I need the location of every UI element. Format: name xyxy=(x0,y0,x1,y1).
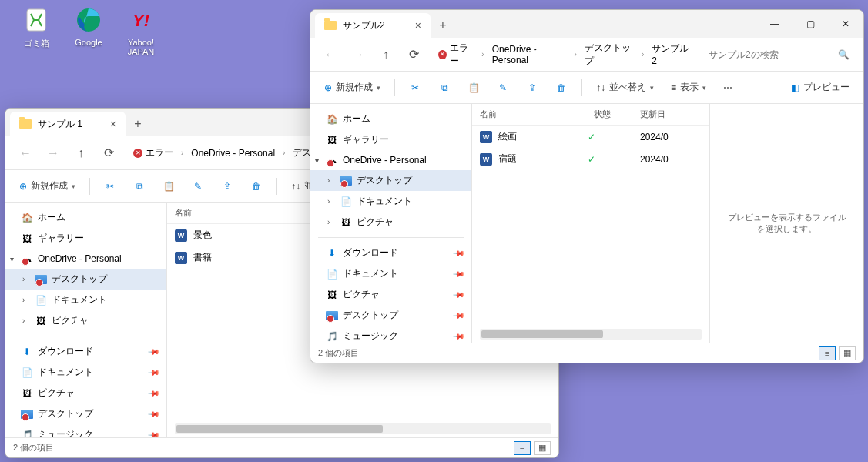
paste-icon[interactable]: 📋 xyxy=(461,75,486,100)
search-box[interactable]: 🔍 xyxy=(702,42,856,67)
icons-view-button[interactable]: ▦ xyxy=(534,441,551,455)
preview-placeholder: プレビューを表示するファイルを選択します。 xyxy=(726,212,848,235)
minimize-button[interactable]: — xyxy=(757,10,793,38)
new-button[interactable]: ⊕新規作成▾ xyxy=(13,176,82,196)
more-button[interactable]: ⋯ xyxy=(717,79,739,97)
paste-icon[interactable]: 📋 xyxy=(156,174,181,199)
tab[interactable]: サンプル2 × xyxy=(315,13,431,38)
view-button[interactable]: ≡ 表示▾ xyxy=(665,77,712,98)
cut-icon[interactable]: ✂ xyxy=(403,75,427,100)
breadcrumb-error[interactable]: ✕エラー xyxy=(129,143,178,162)
column-name[interactable]: 名前 xyxy=(480,109,594,120)
close-icon[interactable]: × xyxy=(415,19,421,32)
close-button[interactable]: ✕ xyxy=(828,10,863,38)
sidebar-item-pictures[interactable]: ›🖼ピクチャ xyxy=(310,212,471,233)
chevron-right-icon[interactable]: › xyxy=(327,176,330,185)
desktop-icon-yahoo[interactable]: Y! Yahoo! JAPAN xyxy=(114,5,168,56)
svg-text:Y!: Y! xyxy=(132,11,149,30)
sidebar-item-gallery[interactable]: 🖼ギャラリー xyxy=(5,228,166,249)
sidebar-item-home[interactable]: 🏠ホーム xyxy=(5,207,166,228)
icons-view-button[interactable]: ▦ xyxy=(839,346,856,360)
sidebar-item-downloads[interactable]: ⬇ダウンロード📌 xyxy=(310,243,471,263)
pin-icon: 📌 xyxy=(453,288,465,300)
breadcrumb-error[interactable]: ✕エラー xyxy=(434,38,478,71)
back-button[interactable]: ← xyxy=(13,141,38,166)
chevron-right-icon[interactable]: › xyxy=(22,275,25,283)
sidebar-item-home[interactable]: 🏠ホーム xyxy=(310,109,471,129)
sidebar-item-pictures[interactable]: 🖼ピクチャ📌 xyxy=(310,284,471,305)
sidebar-item-music[interactable]: 🎵ミュージック📌 xyxy=(310,326,471,343)
close-icon[interactable]: × xyxy=(110,118,116,130)
pictures-icon: 🖼 xyxy=(340,216,352,229)
sort-button[interactable]: ↑↓ 並べ替え▾ xyxy=(590,77,660,98)
sidebar-item-music[interactable]: 🎵ミュージック📌 xyxy=(5,424,166,437)
sidebar-item-documents[interactable]: ›📄ドキュメント xyxy=(5,290,166,310)
sidebar-item-desktop[interactable]: ›デスクトップ xyxy=(5,269,166,290)
search-icon[interactable]: 🔍 xyxy=(838,49,850,60)
sidebar-item-desktop[interactable]: デスクトップ📌 xyxy=(5,403,166,424)
sidebar-item-pictures[interactable]: ›🖼ピクチャ xyxy=(5,310,166,331)
cut-icon[interactable]: ✂ xyxy=(98,174,122,199)
sidebar-item-documents[interactable]: 📄ドキュメント📌 xyxy=(5,362,166,383)
chevron-down-icon[interactable]: ▾ xyxy=(315,156,319,165)
copy-icon[interactable]: ⧉ xyxy=(127,174,152,199)
back-button[interactable]: ← xyxy=(318,42,343,67)
sidebar-item-gallery[interactable]: 🖼ギャラリー xyxy=(310,129,471,150)
sidebar-item-downloads[interactable]: ⬇ダウンロード📌 xyxy=(5,341,166,362)
up-button[interactable]: ↑ xyxy=(69,141,93,166)
sidebar-item-desktop[interactable]: デスクトップ📌 xyxy=(310,305,471,326)
delete-icon[interactable]: 🗑 xyxy=(549,75,574,100)
delete-icon[interactable]: 🗑 xyxy=(244,174,269,199)
desktop-icon-label: Yahoo! JAPAN xyxy=(114,38,168,56)
desktop-icon-recycle[interactable]: ゴミ箱 xyxy=(9,5,63,49)
details-view-button[interactable]: ≡ xyxy=(819,346,836,360)
forward-button[interactable]: → xyxy=(41,141,65,166)
column-date[interactable]: 更新日 xyxy=(640,109,702,120)
horizontal-scrollbar[interactable] xyxy=(175,424,551,434)
sidebar: 🏠ホーム 🖼ギャラリー ▾☁OneDrive - Personal ›デスクトッ… xyxy=(5,203,167,437)
new-tab-button[interactable]: + xyxy=(431,13,455,38)
breadcrumb-item[interactable]: デスクトップ xyxy=(580,38,638,71)
desktop-icon-google[interactable]: Google xyxy=(62,5,116,47)
sidebar-item-documents[interactable]: 📄ドキュメント📌 xyxy=(310,263,471,284)
file-row[interactable]: W宿題 ✓ 2024/0 xyxy=(472,148,709,170)
error-badge-icon xyxy=(22,258,29,266)
copy-icon[interactable]: ⧉ xyxy=(432,75,457,100)
refresh-button[interactable]: ⟳ xyxy=(96,141,121,166)
share-icon[interactable]: ⇪ xyxy=(520,75,545,100)
refresh-button[interactable]: ⟳ xyxy=(401,42,426,67)
horizontal-scrollbar[interactable] xyxy=(480,329,702,340)
new-tab-button[interactable]: + xyxy=(126,112,150,136)
details-view-button[interactable]: ≡ xyxy=(514,441,531,455)
sidebar-item-onedrive[interactable]: ▾☁OneDrive - Personal xyxy=(5,249,166,269)
file-list: 名前 状態 更新日 W絵画 ✓ 2024/0 W宿題 ✓ 2024/0 xyxy=(472,104,709,343)
preview-button[interactable]: ◧プレビュー xyxy=(785,77,856,98)
pictures-icon: 🖼 xyxy=(21,387,33,400)
breadcrumb[interactable]: ✕エラー › OneDrive - Personal › デスクトップ › サン… xyxy=(429,42,699,67)
breadcrumb-item[interactable]: OneDrive - Personal xyxy=(186,145,280,162)
chevron-right-icon[interactable]: › xyxy=(22,296,25,304)
share-icon[interactable]: ⇪ xyxy=(215,174,240,199)
sidebar-item-onedrive[interactable]: ▾☁OneDrive - Personal xyxy=(310,150,471,170)
file-row[interactable]: W絵画 ✓ 2024/0 xyxy=(472,126,709,148)
new-button[interactable]: ⊕新規作成▾ xyxy=(318,77,387,98)
chevron-right-icon[interactable]: › xyxy=(327,218,330,226)
maximize-button[interactable]: ▢ xyxy=(793,10,828,38)
breadcrumb-item[interactable]: OneDrive - Personal xyxy=(488,41,571,69)
rename-icon[interactable]: ✎ xyxy=(491,75,515,100)
chevron-right-icon[interactable]: › xyxy=(22,316,25,325)
sidebar-item-desktop[interactable]: ›デスクトップ xyxy=(310,170,471,191)
breadcrumb-item[interactable]: サンプル2 xyxy=(647,39,694,69)
forward-button[interactable]: → xyxy=(346,42,370,67)
chevron-down-icon[interactable]: ▾ xyxy=(10,255,14,263)
search-input[interactable] xyxy=(709,49,838,60)
sync-status-icon: ✓ xyxy=(588,132,634,142)
sidebar-item-pictures[interactable]: 🖼ピクチャ📌 xyxy=(5,383,166,403)
chevron-right-icon[interactable]: › xyxy=(327,197,330,206)
column-status[interactable]: 状態 xyxy=(594,109,640,120)
error-badge-icon xyxy=(327,315,334,323)
tab[interactable]: サンプル 1 × xyxy=(10,112,126,136)
rename-icon[interactable]: ✎ xyxy=(186,174,210,199)
up-button[interactable]: ↑ xyxy=(374,42,398,67)
sidebar-item-documents[interactable]: ›📄ドキュメント xyxy=(310,191,471,212)
